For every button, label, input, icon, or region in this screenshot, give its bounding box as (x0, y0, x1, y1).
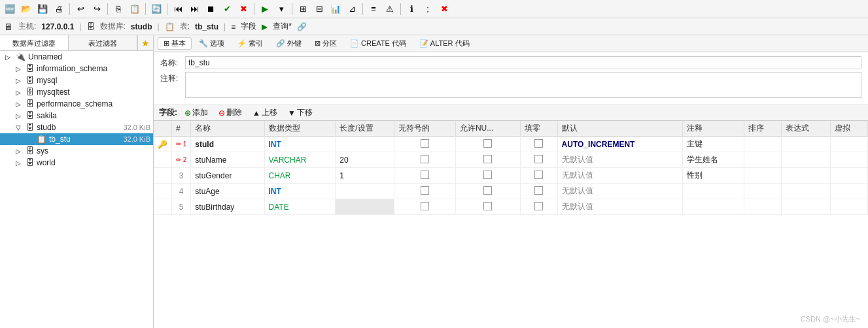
row1-sort[interactable] (744, 137, 781, 152)
print-btn[interactable]: 🖨 (52, 2, 66, 16)
row5-comment[interactable] (683, 199, 744, 215)
row4-type[interactable]: INT (264, 184, 336, 199)
row5-sort[interactable] (744, 199, 781, 215)
row5-expr[interactable] (781, 199, 830, 215)
row3-allownull[interactable] (455, 168, 520, 184)
sidebar-item-unnamed[interactable]: ▷ 🔌 Unnamed (0, 51, 153, 63)
tab-create-code[interactable]: 📄 CREATE 代码 (344, 37, 412, 50)
chart-btn[interactable]: ⊿ (345, 2, 359, 16)
row2-length[interactable]: 20 (336, 152, 394, 168)
row5-zerofill[interactable] (520, 199, 557, 215)
row3-virtual[interactable] (831, 168, 868, 184)
table-name-value[interactable]: tb_stu (185, 56, 861, 69)
db-filter-tab[interactable]: 数据库过滤器 (0, 35, 69, 50)
row2-type[interactable]: VARCHAR (264, 152, 336, 168)
row1-unsigned[interactable] (394, 137, 456, 152)
row2-name[interactable]: stuName (191, 152, 264, 168)
row3-zerofill[interactable] (520, 168, 557, 184)
sidebar-item-information-schema[interactable]: ▷ 🗄 information_schema (0, 63, 153, 74)
copy-btn[interactable]: ⎘ (111, 2, 126, 16)
sidebar-item-performance-schema[interactable]: ▷ 🗄 performance_schema (0, 98, 153, 110)
row5-unsigned[interactable] (394, 199, 456, 215)
row2-allownull[interactable] (455, 152, 520, 168)
row5-allownull[interactable] (455, 199, 520, 215)
row3-type[interactable]: CHAR (264, 168, 336, 184)
star-btn[interactable]: ★ (137, 35, 153, 50)
paste-btn[interactable]: 📋 (128, 2, 142, 16)
table-row[interactable]: 4 stuAge INT 无默认值 (154, 184, 868, 199)
row2-unsigned[interactable] (394, 152, 456, 168)
row2-expr[interactable] (781, 152, 830, 168)
move-down-btn[interactable]: ▼ 下移 (285, 106, 316, 120)
tab-index[interactable]: ⚡ 索引 (232, 37, 269, 50)
row4-default[interactable]: 无默认值 (557, 184, 683, 199)
run-dropdown-btn[interactable]: ▾ (274, 2, 288, 16)
row1-zerofill[interactable] (520, 137, 557, 152)
open-btn[interactable]: 📂 (19, 2, 33, 16)
row3-name[interactable]: stuGender (191, 168, 264, 184)
save-btn[interactable]: 💾 (35, 2, 50, 16)
run-btn[interactable]: ▶ (258, 2, 272, 16)
sidebar-item-world[interactable]: ▷ 🗄 world (0, 157, 153, 169)
table-row[interactable]: 🔑 ✏ 1 stuId INT AUTO_INCREMENT 主键 (154, 137, 868, 152)
sidebar-item-studb[interactable]: ▽ 🗄 studb 32.0 KiB (0, 122, 153, 133)
row4-sort[interactable] (744, 184, 781, 199)
table-filter-tab[interactable]: 表过滤器 (69, 35, 137, 50)
row4-unsigned[interactable] (394, 184, 456, 199)
tab-partition[interactable]: ⊠ 分区 (309, 37, 343, 50)
row1-expr[interactable] (781, 137, 830, 152)
prev-btn[interactable]: ⏮ (171, 2, 185, 16)
row1-default[interactable]: AUTO_INCREMENT (557, 137, 683, 152)
new-btn[interactable]: 🆕 (3, 2, 17, 16)
tab-options[interactable]: 🔧 选项 (193, 37, 230, 50)
stop-btn[interactable]: ⏹ (203, 2, 218, 16)
sidebar-item-mysqltest[interactable]: ▷ 🗄 mysqltest (0, 86, 153, 98)
sidebar-item-mysql[interactable]: ▷ 🗄 mysql (0, 74, 153, 86)
row1-allownull[interactable] (455, 137, 520, 152)
row4-expr[interactable] (781, 184, 830, 199)
tab-basic[interactable]: ⊞ 基本 (158, 37, 192, 50)
row5-name[interactable]: stuBirthday (191, 199, 264, 215)
row2-default[interactable]: 无默认值 (557, 152, 683, 168)
disconnect-btn[interactable]: ✖ (437, 2, 451, 16)
row5-virtual[interactable] (831, 199, 868, 215)
row2-zerofill[interactable] (520, 152, 557, 168)
row3-sort[interactable] (744, 168, 781, 184)
row1-virtual[interactable] (831, 137, 868, 152)
grid-btn[interactable]: ⊞ (296, 2, 310, 16)
row1-type[interactable]: INT (264, 137, 336, 152)
info-btn[interactable]: ℹ (404, 2, 419, 16)
comment-value[interactable] (185, 72, 861, 98)
semicolon-btn[interactable]: ; (421, 2, 435, 16)
row1-comment[interactable]: 主键 (683, 137, 744, 152)
move-up-btn[interactable]: ▲ 上移 (249, 106, 281, 120)
row3-comment[interactable]: 性别 (683, 168, 744, 184)
row4-name[interactable]: stuAge (191, 184, 264, 199)
row3-length[interactable]: 1 (336, 168, 394, 184)
row5-length[interactable] (336, 199, 394, 215)
sidebar-item-sakila[interactable]: ▷ 🗄 sakila (0, 110, 153, 122)
row4-length[interactable] (336, 184, 394, 199)
table-row[interactable]: 5 stuBirthday DATE 无默认值 (154, 199, 868, 215)
row1-length[interactable] (336, 137, 394, 152)
row4-virtual[interactable] (831, 184, 868, 199)
table-row[interactable]: ✏ 2 stuName VARCHAR 20 无默认值 学生姓名 (154, 152, 868, 168)
row5-default[interactable]: 无默认值 (557, 199, 683, 215)
undo-btn[interactable]: ↩ (73, 2, 88, 16)
row2-comment[interactable]: 学生姓名 (683, 152, 744, 168)
row2-virtual[interactable] (831, 152, 868, 168)
warn-btn[interactable]: ⚠ (383, 2, 397, 16)
sidebar-item-tb-stu[interactable]: 📋 tb_stu 32.0 KiB (0, 133, 153, 145)
row4-zerofill[interactable] (520, 184, 557, 199)
tab-fk[interactable]: 🔗 外键 (270, 37, 307, 50)
row4-comment[interactable] (683, 184, 744, 199)
stat-btn[interactable]: 📊 (328, 2, 343, 16)
sidebar-item-sys[interactable]: ▷ 🗄 sys (0, 145, 153, 157)
table2-btn[interactable]: ⊟ (312, 2, 326, 16)
next-btn[interactable]: ⏭ (187, 2, 201, 16)
check-btn[interactable]: ✔ (220, 2, 234, 16)
table-row[interactable]: 3 stuGender CHAR 1 无默认值 性别 (154, 168, 868, 184)
delete-field-btn[interactable]: ⊖ 删除 (215, 106, 245, 120)
sort2-btn[interactable]: ≡ (366, 2, 381, 16)
tab-alter-code[interactable]: 📝 ALTER 代码 (413, 37, 476, 50)
